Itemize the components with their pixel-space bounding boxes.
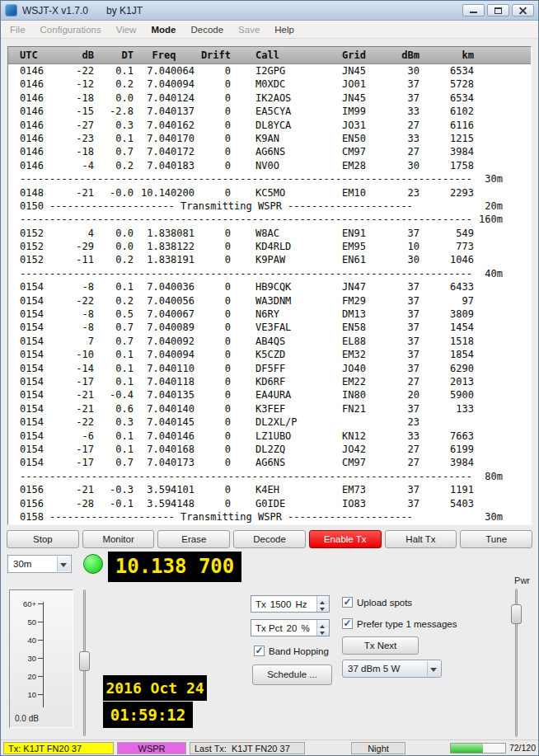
power-select-arrow-zone[interactable] bbox=[427, 661, 440, 676]
decode-row[interactable]: 0154-100.17.0400940K5CZDEM32371854 bbox=[20, 348, 531, 361]
close-button[interactable] bbox=[512, 4, 534, 16]
cell-call: KC5MO bbox=[255, 186, 342, 200]
cell-band bbox=[474, 388, 531, 401]
decode-row[interactable]: 0156-21-0.33.5941010K4EHEM73371191 bbox=[20, 483, 531, 496]
cell-grid: EM32 bbox=[342, 348, 395, 361]
cell-call: K4EH bbox=[255, 483, 342, 496]
decode-row[interactable]: 0154-80.17.0400360HB9CQKJN47376433 bbox=[20, 280, 531, 293]
decode-row[interactable]: 0154-21-0.47.0401350EA4URAIN80205900 bbox=[20, 388, 531, 401]
cell-drift: 0 bbox=[195, 402, 231, 416]
menu-view[interactable]: View bbox=[109, 22, 144, 37]
band-separator-row[interactable]: ----------------------------------------… bbox=[20, 172, 531, 185]
decode-row[interactable]: 0154-210.67.0401400K3FEFFN2137133 bbox=[20, 402, 531, 416]
maximize-button[interactable] bbox=[487, 4, 509, 16]
decode-row[interactable]: 0146-120.27.0400940M0XDCJO01375728 bbox=[20, 77, 531, 91]
cell-call: IK2AOS bbox=[255, 92, 342, 105]
decode-row[interactable]: 0156-28-0.13.5941480G0IDEIO83375403 bbox=[20, 497, 531, 510]
transmit-row[interactable]: 0158 --------------------- Transmitting … bbox=[20, 510, 531, 524]
halt-tx-button[interactable]: Halt Tx bbox=[385, 530, 457, 548]
upload-spots-checkbox[interactable]: ✓ Upload spots bbox=[342, 597, 412, 608]
cell-drift: 0 bbox=[195, 416, 231, 429]
decode-table[interactable]: UTCdBDTFreqDriftCallGriddBmkm 0146-220.1… bbox=[7, 46, 532, 525]
cell-band bbox=[474, 483, 531, 496]
decode-row[interactable]: 0152-290.01.8381220KD4RLDEM9510773 bbox=[20, 240, 531, 253]
minimize-button[interactable] bbox=[462, 4, 485, 16]
decode-row[interactable]: 0154-80.77.0400890VE3FALEN58371454 bbox=[20, 321, 531, 334]
power-select[interactable]: 37 dBm 5 W bbox=[342, 660, 442, 678]
decode-row[interactable]: 0146-180.07.0401240IK2AOSJN45376534 bbox=[20, 92, 531, 105]
tune-button[interactable]: Tune bbox=[460, 530, 532, 548]
monitor-button[interactable]: Monitor bbox=[82, 530, 155, 548]
rx-gain-slider[interactable] bbox=[78, 588, 91, 738]
prefer-type1-checkbox[interactable]: ✓ Prefer type 1 messages bbox=[342, 618, 457, 629]
decode-row[interactable]: 0148-21-0.010.1402000KC5MOEM10232293 bbox=[20, 186, 531, 200]
cell-dbm: 37 bbox=[395, 321, 419, 334]
menu-configurations[interactable]: Configurations bbox=[33, 22, 109, 37]
spin-down-icon[interactable] bbox=[317, 628, 329, 636]
spin-up-icon[interactable] bbox=[317, 596, 329, 604]
decode-row[interactable]: 0152-110.21.8381910K9PAWEN61301046 bbox=[20, 253, 531, 266]
decode-row[interactable]: 0154-220.27.0400560WA3DNMFM293797 bbox=[20, 294, 531, 308]
decode-row[interactable]: 015240.01.8380810W8ACEN9137549 bbox=[20, 227, 531, 240]
band-separator-row[interactable]: ----------------------------------------… bbox=[20, 213, 531, 226]
cell-band bbox=[474, 186, 531, 200]
decode-row[interactable]: 0146-220.17.0400640I2GPGJN45306534 bbox=[20, 64, 531, 77]
cell-dbm: 37 bbox=[395, 402, 419, 416]
menu-help[interactable]: Help bbox=[267, 22, 302, 37]
decode-row[interactable]: 0146-40.27.0401830NV0OEM28301758 bbox=[20, 159, 531, 172]
enable-tx-button[interactable]: Enable Tx bbox=[309, 530, 382, 548]
cell-dt: -2.8 bbox=[94, 105, 134, 118]
erase-button[interactable]: Erase bbox=[157, 530, 230, 548]
slider-handle[interactable] bbox=[511, 604, 522, 624]
decode-row[interactable]: 0146-15-2.87.0401370EA5CYAIM99336102 bbox=[20, 105, 531, 118]
slider-handle[interactable] bbox=[79, 651, 90, 671]
stop-button[interactable]: Stop bbox=[7, 530, 79, 548]
power-select-value: 37 dBm 5 W bbox=[348, 664, 400, 674]
menu-decode[interactable]: Decode bbox=[183, 22, 231, 37]
decode-row[interactable]: 0154-80.57.0400670N6RYDM13373809 bbox=[20, 308, 531, 321]
cell-drift: 0 bbox=[195, 388, 231, 401]
pwr-slider[interactable] bbox=[510, 587, 523, 739]
cell-dt: 0.7 bbox=[94, 335, 134, 348]
band-separator-row[interactable]: ----------------------------------------… bbox=[20, 470, 531, 483]
band-select-arrow-zone[interactable] bbox=[57, 556, 70, 571]
checkbox-box: ✓ bbox=[342, 597, 353, 608]
title-bar[interactable]: WSJT-X v1.7.0 by K1JT bbox=[1, 1, 538, 21]
menu-save[interactable]: Save bbox=[231, 22, 267, 37]
menu-mode[interactable]: Mode bbox=[143, 22, 183, 37]
progress-label: 72/120 bbox=[509, 743, 536, 753]
tx-freq-spinner[interactable]: Tx 1500 Hz bbox=[251, 595, 330, 613]
decode-row[interactable]: 0154-170.77.0401730AG6NSCM97273984 bbox=[20, 456, 531, 469]
tx-next-button[interactable]: Tx Next bbox=[342, 636, 419, 655]
cell-db: -18 bbox=[53, 145, 94, 158]
cell-dbm: 20 bbox=[395, 388, 419, 401]
cell-dbm: 27 bbox=[395, 375, 419, 388]
decode-button[interactable]: Decode bbox=[233, 530, 306, 548]
cell-db: -21 bbox=[53, 186, 94, 200]
band-select[interactable]: 30m bbox=[7, 555, 72, 573]
decode-row[interactable]: 0146-230.17.0401700K9ANEN50331215 bbox=[20, 132, 531, 145]
decode-row[interactable]: 015470.77.0400920AB4QSEL88371518 bbox=[20, 335, 531, 348]
decode-row[interactable]: 0154-170.17.0401680DL2ZQJO42276199 bbox=[20, 443, 531, 456]
spin-down-icon[interactable] bbox=[317, 604, 329, 613]
decode-row[interactable]: 0154-140.17.0401100DF5FFJO40376290 bbox=[20, 362, 531, 375]
cell-km: 5403 bbox=[419, 497, 474, 510]
cell-db: -21 bbox=[53, 388, 94, 401]
decode-row[interactable]: 0154-60.17.0401460LZ1UBOKN12337663 bbox=[20, 430, 531, 443]
decode-row[interactable]: 0146-180.77.0401720AG6NSCM97273984 bbox=[20, 145, 531, 158]
transmit-row[interactable]: 0150 --------------------- Transmitting … bbox=[20, 200, 531, 213]
decode-row[interactable]: 0154-170.17.0401180KD6RFEM22272013 bbox=[20, 375, 531, 388]
schedule-button[interactable]: Schedule ... bbox=[252, 664, 332, 685]
menu-file[interactable]: File bbox=[2, 22, 33, 37]
tx-pct-spinner[interactable]: Tx Pct 20 % bbox=[251, 619, 330, 636]
band-separator-row[interactable]: ----------------------------------------… bbox=[20, 267, 531, 280]
spin-up-icon[interactable] bbox=[317, 620, 329, 628]
band-hopping-checkbox[interactable]: ✓ Band Hopping bbox=[254, 646, 329, 656]
cell-km: 6433 bbox=[419, 280, 474, 293]
cell-dbm: 37 bbox=[395, 483, 419, 496]
cell-utc: 0146 bbox=[20, 105, 53, 118]
decode-row[interactable]: 0146-270.37.0401620DL8YCAJO31276116 bbox=[20, 119, 531, 132]
separator-dashes: ----------------------------------------… bbox=[20, 470, 472, 483]
meter-tick: 10 bbox=[10, 685, 73, 703]
decode-row[interactable]: 0154-220.37.0401450DL2XL/P23 bbox=[20, 416, 531, 429]
